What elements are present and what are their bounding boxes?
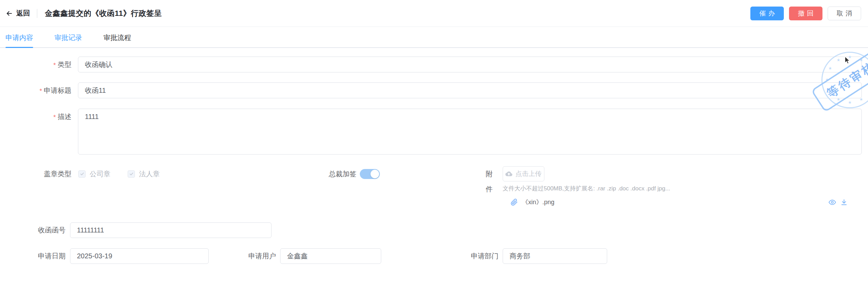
upload-hint: 文件大小不超过500MB,支持扩展名: .rar .zip .doc .docx… [503,185,848,192]
cancel-button[interactable]: 取消 [828,7,861,20]
apply-dept-label: 申请部门 [433,248,499,264]
paperclip-icon [511,199,518,206]
download-icon[interactable] [840,199,848,206]
apply-title-label: * 申请标题 [0,82,71,98]
apply-date-input[interactable] [70,248,209,264]
withdraw-button[interactable]: 撤回 [789,7,822,20]
application-form: * 类型 * 申请标题 * 描述 1111 盖章类型 [0,48,868,264]
urge-button[interactable]: 催办 [750,7,784,20]
tab-approval-record[interactable]: 审批记录 [55,27,82,47]
page-title: 金鑫鑫提交的《收函11》行政签呈 [45,8,162,19]
description-label: * 描述 [0,109,71,155]
seal-type-label: 盖章类型 [0,166,71,181]
letter-no-row: 收函函号 [0,222,868,238]
checkbox-company-seal[interactable]: 公司章 [78,169,110,179]
tab-bar: 申请内容 审批记录 审批流程 [0,27,868,48]
attachment-section: 附件 点击上传 文件大小不超过500MB,支持扩展名: .rar .zip .d… [486,166,848,206]
seal-type-group: 公司章 法人章 [78,166,160,181]
back-label: 返回 [16,9,30,18]
ceo-cosign-label: 总裁加签 [329,169,356,179]
letter-no-input[interactable] [70,222,272,238]
description-textarea[interactable]: 1111 [78,109,862,155]
checkbox-label: 公司章 [90,169,110,179]
apply-user-label: 申请用户 [210,248,276,264]
checkbox-legal-person-seal[interactable]: 法人章 [128,169,160,179]
ceo-cosign-group: 总裁加签 [329,166,380,181]
apply-dept-input[interactable] [503,248,607,264]
apply-title-input[interactable] [78,82,862,98]
attachment-file-name[interactable]: 《xin》.png [522,198,554,206]
ceo-cosign-toggle[interactable] [360,169,380,179]
tab-approval-flow[interactable]: 审批流程 [103,27,131,47]
header-divider [37,9,37,18]
toggle-knob [371,170,379,178]
apply-date-group: 申请日期 [0,248,209,264]
upload-button[interactable]: 点击上传 [503,166,544,181]
attachment-label: 附件 [486,166,499,206]
letter-no-label: 收函函号 [0,222,66,238]
upload-button-label: 点击上传 [515,169,542,178]
type-label: * 类型 [0,57,71,72]
checkbox-checked-icon [128,170,135,178]
attachment-file-item[interactable]: 《xin》.png [503,198,848,206]
required-mark: * [40,86,42,95]
apply-date-label: 申请日期 [0,248,66,264]
tab-application-content[interactable]: 申请内容 [6,27,33,47]
apply-user-input[interactable] [280,248,381,264]
checkbox-checked-icon [78,170,86,178]
back-button[interactable]: 返回 [6,9,30,18]
mouse-cursor [845,56,850,64]
preview-eye-icon[interactable] [829,199,836,206]
arrow-left-icon [6,10,13,17]
page-header: 返回 金鑫鑫提交的《收函11》行政签呈 催办 撤回 取消 [0,0,868,27]
apply-dept-group: 申请部门 [433,248,607,264]
type-row: * 类型 [0,57,868,72]
seal-cosign-attachment-row: 盖章类型 公司章 法人章 总裁加签 [0,166,868,209]
required-mark: * [53,112,56,121]
apply-title-row: * 申请标题 [0,82,868,98]
cloud-upload-icon [505,170,512,177]
apply-user-group: 申请用户 [210,248,381,264]
apply-info-row: 申请日期 申请用户 申请部门 [0,248,868,264]
checkbox-label: 法人章 [139,169,160,179]
approval-detail-page: 返回 金鑫鑫提交的《收函11》行政签呈 催办 撤回 取消 申请内容 审批记录 审… [0,0,868,298]
required-mark: * [53,60,56,69]
description-row: * 描述 1111 [0,109,868,155]
type-input[interactable] [78,57,862,72]
